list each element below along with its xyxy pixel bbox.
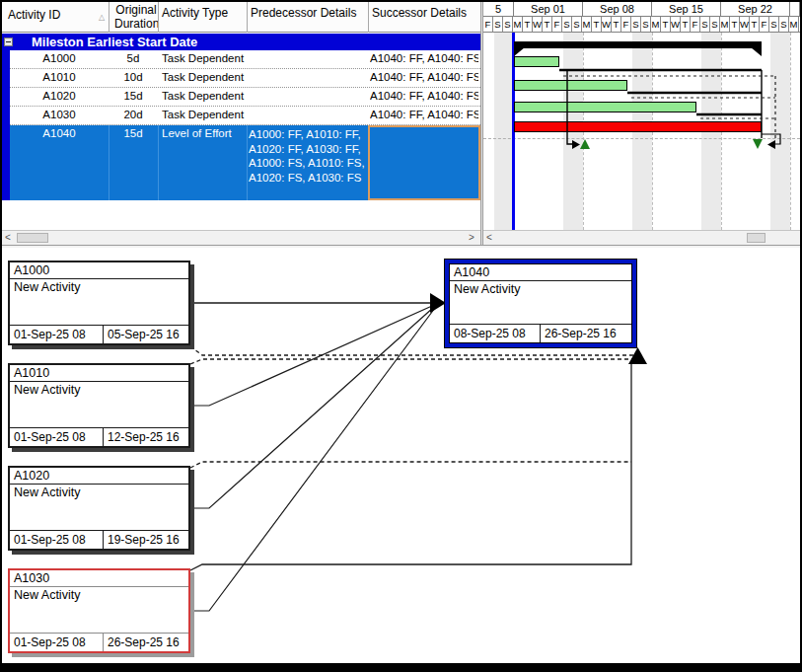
gantt-day-cell[interactable]: M [582,17,592,33]
gantt-day-cell[interactable]: S [779,17,789,33]
gantt-day-cell[interactable]: T [730,17,740,33]
pane-divider[interactable] [2,245,800,249]
cell-successor-highlighted[interactable] [368,125,480,200]
cell-activity-type[interactable]: Task Dependent [162,90,249,102]
scroll-left-icon[interactable]: < [486,232,492,243]
activity-box[interactable]: A1010 New Activity 01-Sep-25 08 12-Sep-2… [8,363,190,448]
gantt-day-cell[interactable]: S [503,17,513,33]
activity-box-selected[interactable]: A1040 New Activity 08-Sep-25 08 26-Sep-2… [444,259,637,348]
column-successor-details[interactable]: Successor Details [372,6,467,20]
loe-finish-marker[interactable] [753,139,763,149]
gantt-day-cell[interactable]: W [602,17,612,33]
gantt-day-cell[interactable]: F [691,17,700,33]
cell-duration[interactable]: 10d [109,71,158,83]
column-activity-type[interactable]: Activity Type [162,6,228,20]
column-predecessor-details[interactable]: Predecessor Details [251,6,356,20]
table-row[interactable]: A1000 5d Task Dependent A1040: FF, A1040… [10,50,480,69]
gantt-day-cell[interactable]: S [631,17,641,33]
gantt-day-cell[interactable]: S [493,17,503,33]
bar-A1030[interactable] [514,121,762,132]
bar-A1000[interactable] [514,56,559,67]
cell-successor[interactable]: A1040: FF, A1040: FS [370,52,478,64]
scroll-right-icon[interactable]: > [469,232,474,243]
column-original-duration[interactable]: Original Duration [114,3,158,31]
cell-successor[interactable]: A1040: FF, A1040: FS [370,71,478,83]
gantt-day-cell[interactable]: W [533,17,543,33]
scroll-left-icon[interactable]: < [5,232,11,243]
gantt-day-cell[interactable]: S [641,17,651,33]
cell-activity-id[interactable]: A1020 [10,90,109,102]
cell-activity-id[interactable]: A1010 [10,71,109,83]
activity-box[interactable]: A1000 New Activity 01-Sep-25 08 05-Sep-2… [8,261,190,345]
column-divider[interactable] [158,2,159,33]
cell-activity-id[interactable]: A1000 [10,52,109,64]
cell-activity-type[interactable]: Task Dependent [162,71,249,83]
gantt-day-cell[interactable]: M [789,17,799,33]
gantt-week-cell[interactable]: Sep 01 [514,2,583,17]
column-activity-id[interactable]: Activity ID [8,8,60,22]
gantt-week-cell[interactable] [790,2,800,17]
gantt-day-cell[interactable]: T [612,17,621,33]
gantt-hscrollbar[interactable]: < [483,230,800,245]
bar-A1020[interactable] [514,102,696,112]
cell-activity-type[interactable]: Task Dependent [162,52,249,64]
gantt-day-cell[interactable]: T [523,17,533,33]
gantt-day-cell[interactable]: F [552,17,562,33]
table-row[interactable]: A1020 15d Task Dependent A1040: FF, A104… [10,88,480,107]
activity-box-critical[interactable]: A1030 New Activity 01-Sep-25 08 26-Sep-2… [8,568,190,653]
collapse-icon[interactable] [4,37,13,46]
table-row[interactable]: A1030 20d Task Dependent A1040: FF, A104… [10,107,480,125]
gantt-week-header[interactable]: 5Sep 01Sep 08Sep 15Sep 22 [483,2,800,17]
table-row[interactable]: A1010 10d Task Dependent A1040: FF, A104… [10,69,480,88]
gantt-day-cell[interactable]: S [700,17,710,33]
cell-duration[interactable]: 15d [109,127,158,139]
column-divider[interactable] [109,2,109,33]
gantt-week-cell[interactable]: Sep 08 [583,2,652,17]
summary-bar[interactable] [514,41,762,48]
gantt-day-cell[interactable]: F [621,17,631,33]
gantt-day-cell[interactable]: T [661,17,671,33]
cell-activity-id[interactable]: A1030 [10,109,109,120]
gantt-day-cell[interactable]: W [740,17,750,33]
cell-duration[interactable]: 15d [109,90,158,102]
gantt-day-cell[interactable]: M [720,17,730,33]
scroll-thumb[interactable] [747,233,766,243]
gantt-day-cell[interactable]: F [483,17,493,33]
scroll-thumb[interactable] [17,233,48,243]
gantt-canvas[interactable] [483,33,800,230]
loe-start-marker[interactable] [580,139,590,149]
cell-successor[interactable]: A1040: FF, A1040: FS [370,109,478,120]
gantt-day-cell[interactable]: W [671,17,681,33]
gantt-day-cell[interactable]: T [543,17,552,33]
gantt-day-cell[interactable]: M [513,17,523,33]
gantt-day-cell[interactable]: T [681,17,691,33]
gantt-day-cell[interactable]: T [750,17,760,33]
activity-box-finish: 26-Sep-25 16 [104,634,188,651]
sort-icon[interactable]: △ [99,13,105,22]
group-band-row[interactable]: Mileston Earliest Start Date [2,34,480,50]
gantt-day-cell[interactable]: S [710,17,720,33]
cell-activity-type[interactable]: Level of Effort [162,127,249,139]
gantt-day-cell[interactable]: S [769,17,779,33]
column-divider[interactable] [368,2,369,33]
table-hscrollbar[interactable]: < > [2,230,480,245]
cell-successor[interactable]: A1040: FF, A1040: FS [370,90,478,102]
column-divider[interactable] [247,2,248,33]
gantt-day-cell[interactable]: F [760,17,769,33]
cell-duration[interactable]: 20d [109,109,158,120]
gantt-week-cell[interactable]: Sep 15 [652,2,721,17]
gantt-day-cell[interactable]: S [572,17,582,33]
table-row-selected[interactable]: A1040 15d Level of Effort A1000: FF, A10… [10,125,480,200]
cell-duration[interactable]: 5d [109,52,158,64]
activity-box[interactable]: A1020 New Activity 01-Sep-25 08 19-Sep-2… [8,466,190,551]
gantt-day-cell[interactable]: M [651,17,661,33]
gantt-day-cell[interactable]: T [592,17,602,33]
bar-A1010[interactable] [514,80,627,91]
gantt-day-header[interactable]: FSSMTWTFSSMTWTFSSMTWTFSSMTWTFSSMT [483,17,800,33]
gantt-day-cell[interactable]: S [562,17,572,33]
gantt-week-cell[interactable]: Sep 22 [721,2,790,17]
cell-predecessor[interactable]: A1000: FF, A1010: FF, A1020: FF, A1030: … [249,127,368,185]
cell-activity-type[interactable]: Task Dependent [162,109,249,120]
cell-activity-id[interactable]: A1040 [10,127,109,139]
gantt-week-cell[interactable]: 5 [483,2,514,17]
